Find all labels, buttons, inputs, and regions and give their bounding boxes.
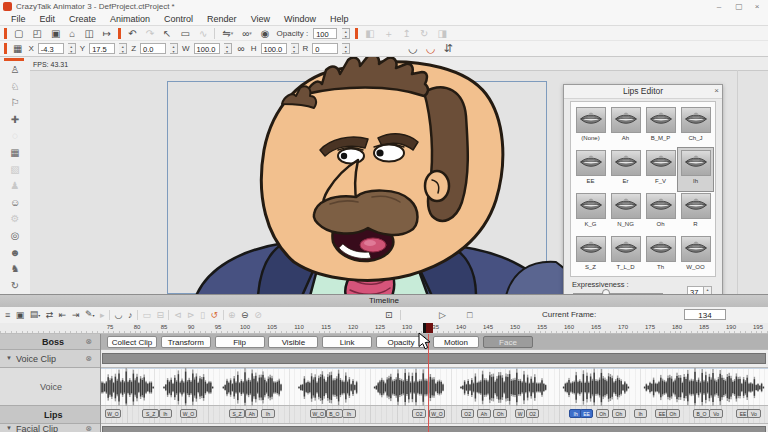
transform-field-w[interactable]: 100.0 [194, 43, 220, 54]
lip-key-ah[interactable]: Ah [477, 409, 490, 418]
transform-spinner-z[interactable]: ▴▾ [170, 43, 178, 54]
play-button[interactable]: ▷ [438, 309, 447, 322]
phoneme-w_oo[interactable]: W_OO [678, 234, 713, 277]
track-header-boss[interactable]: Boss ⊗ [0, 334, 100, 350]
lip-key-ih[interactable]: Ih [634, 409, 647, 418]
clip-button-motion[interactable]: Motion [433, 336, 479, 348]
open-project-icon[interactable]: ◰ [30, 27, 43, 40]
collapse-arrow-icon[interactable]: ▼ [6, 355, 12, 361]
lip-key-o2[interactable]: O2 [412, 409, 425, 418]
lipsync-icon[interactable]: ◡ [114, 309, 124, 322]
dropdown-arrow-icon[interactable]: ▾ [249, 30, 252, 36]
menu-help[interactable]: Help [323, 14, 356, 24]
minimize-button[interactable]: – [710, 1, 728, 12]
transform-field-r[interactable]: 0 [312, 43, 338, 54]
menu-edit[interactable]: Edit [33, 14, 63, 24]
lip-key-ah[interactable]: Ah [245, 409, 258, 418]
clip-button-collect-clip[interactable]: Collect Clip [107, 336, 157, 348]
lip-key-o2[interactable]: O2 [526, 409, 539, 418]
transform-field-y[interactable]: 17.5 [89, 43, 115, 54]
track-header-lips[interactable]: Lips [0, 406, 100, 424]
new-project-icon[interactable]: ▢ [12, 27, 25, 40]
clip-button-link[interactable]: Link [322, 336, 372, 348]
lip-key-s_z[interactable]: S_Z [142, 409, 159, 418]
lip-key-o2[interactable]: O2 [461, 409, 474, 418]
lips-editor-title[interactable]: Lips Editor [564, 85, 722, 99]
clip-button-flip[interactable]: Flip [215, 336, 265, 348]
lip-key-w[interactable]: W [515, 409, 525, 418]
export-icon[interactable]: ↦ [101, 27, 113, 40]
menu-file[interactable]: File [4, 14, 33, 24]
current-frame-value[interactable]: 134 [684, 309, 726, 320]
transform-spinner-x[interactable]: ▴▾ [68, 43, 76, 54]
lip-key-ih[interactable]: Ih [159, 409, 172, 418]
clip-button-transform[interactable]: Transform [161, 336, 211, 348]
timeline-title[interactable]: Timeline [0, 295, 768, 307]
menu-render[interactable]: Render [200, 14, 244, 24]
transform-field-z[interactable]: 0.0 [140, 43, 166, 54]
lip-key-ee[interactable]: EE [580, 409, 593, 418]
reset-motion-icon[interactable]: ↺ [210, 309, 220, 322]
dropdown-arrow-icon[interactable]: ▾ [231, 30, 234, 36]
opacity-spinner[interactable]: ▴▾ [342, 28, 350, 39]
transform-spinner-y[interactable]: ▴▾ [119, 43, 127, 54]
edit-clip-icon[interactable]: ✎▾ [84, 308, 96, 322]
clip-menu-icon[interactable]: ▤▾ [29, 308, 42, 322]
animation-tool[interactable]: ♘ [0, 79, 30, 96]
lip-key-oh[interactable]: Oh [493, 409, 506, 418]
flip-icon[interactable]: ⇋▾ [220, 27, 235, 40]
phoneme-ch_j[interactable]: Ch_J [678, 105, 713, 148]
phoneme-th[interactable]: Th [643, 234, 678, 277]
lip-key-oh[interactable]: Oh [596, 409, 609, 418]
track-header-voice-clip[interactable]: ▼ Voice Clip ⊗ [0, 350, 100, 368]
lip-key-w_o[interactable]: W_O [310, 409, 327, 418]
dropdown-arrow-icon[interactable]: ▾ [38, 313, 40, 318]
lips-editor-close-icon[interactable]: × [714, 86, 719, 95]
lip-key-vo[interactable]: Vo [747, 409, 760, 418]
lip-key-vo[interactable]: Vo [709, 409, 722, 418]
transform-spinner-h[interactable]: ▴▾ [291, 43, 299, 54]
track-header-voice[interactable]: Voice [0, 368, 100, 406]
track-close-icon[interactable]: ⊗ [85, 354, 92, 363]
transform-spinner-r[interactable]: ▴▾ [342, 43, 350, 54]
clip-button-visible[interactable]: Visible [268, 336, 318, 348]
track-close-icon[interactable]: ⊗ [85, 337, 92, 346]
track-header-facial-clip[interactable]: ▼ Facial Clip ⊗ [0, 424, 100, 432]
save-project-icon[interactable]: ▣ [49, 27, 62, 40]
facial-clip-bar[interactable] [102, 426, 766, 432]
add-motion-tool[interactable]: ✚ [0, 112, 30, 129]
menu-view[interactable]: View [244, 14, 277, 24]
phoneme-b_m_p[interactable]: B_M_P [643, 105, 678, 148]
loop-icon[interactable]: ⇄ [45, 309, 55, 322]
dropdown-arrow-icon[interactable]: ▾ [93, 313, 95, 318]
lip-key-w_o[interactable]: W_O [105, 409, 122, 418]
menu-control[interactable]: Control [157, 14, 200, 24]
phoneme-k_g[interactable]: K_G [573, 191, 608, 234]
lip-key-b_o[interactable]: B_O [326, 409, 343, 418]
lip-key-s_z[interactable]: S_Z [229, 409, 246, 418]
select-tool-icon[interactable]: ↖ [161, 27, 173, 40]
object-pick-icon[interactable]: ▭ [178, 27, 191, 40]
visibility-icon[interactable]: ◉ [259, 27, 272, 40]
lip-key-w_o[interactable]: W_O [429, 409, 446, 418]
clip-button-face[interactable]: Face [483, 336, 533, 348]
face-puppet-tool[interactable]: ☺ [0, 195, 30, 212]
phoneme-f_v[interactable]: F_V [643, 148, 678, 191]
collapse-arrow-icon[interactable]: ▼ [6, 425, 12, 431]
add-frames-icon[interactable]: ⇤ [58, 309, 68, 322]
collect-clip-icon[interactable]: ▣ [15, 309, 26, 322]
phoneme-ee[interactable]: EE [573, 148, 608, 191]
voice-clip-bar[interactable] [102, 353, 766, 364]
character-illustration[interactable] [150, 57, 620, 294]
track-list-icon[interactable]: ≡ [4, 309, 11, 322]
menu-window[interactable]: Window [277, 14, 323, 24]
smooth-curve-icon[interactable]: ◡ [406, 42, 420, 55]
voice-waveform-lane[interactable] [100, 368, 768, 406]
phoneme-r[interactable]: R [678, 191, 713, 234]
phoneme-n_ng[interactable]: N_NG [608, 191, 643, 234]
fit-view-icon[interactable]: ⊡ [384, 309, 394, 322]
phoneme-s_z[interactable]: S_Z [573, 234, 608, 277]
transform-spinner-w[interactable]: ▴▾ [224, 43, 232, 54]
phoneme-none[interactable]: (None) [573, 105, 608, 148]
lip-key-w_o[interactable]: W_O [180, 409, 197, 418]
